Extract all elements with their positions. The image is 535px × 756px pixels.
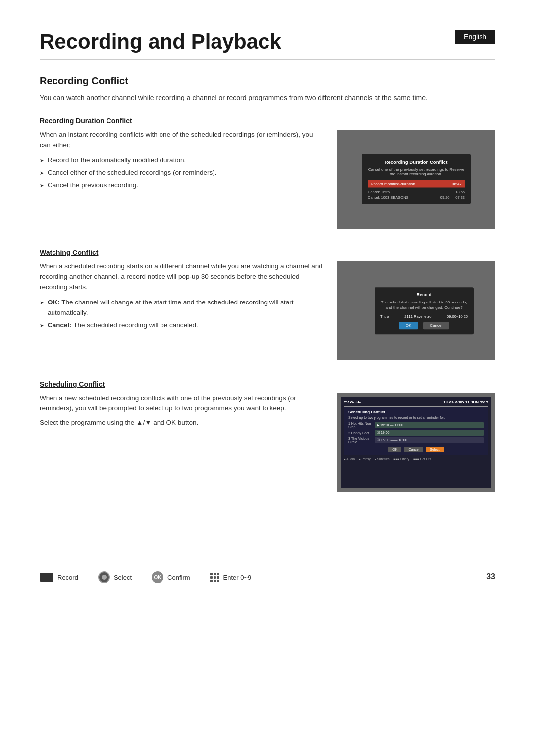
dialog-row3: Cancel: 1003 SEASONS 09:20 — 07:33 (368, 195, 465, 200)
select-icon (98, 571, 110, 583)
dialog-title: Recording Duration Conflict (368, 159, 465, 165)
dialog-recording-duration: Recording Duration Conflict Cancel one o… (362, 154, 471, 204)
page-title: Recording and Playback (40, 30, 495, 60)
image3-overlay: TV-Guide 14:09 WED 21 JUN 2017 Schedulin… (337, 393, 495, 492)
tvg-ok-btn[interactable]: OK (388, 447, 401, 452)
section-title: Recording Conflict (40, 75, 495, 87)
bottom-confirm: OK Confirm (152, 571, 190, 583)
record-row: Tntro 2111 Ravel euro 09:00~10:25 (380, 315, 468, 319)
image2-overlay: Record The scheduled recording will star… (337, 261, 495, 360)
page-number: 33 (486, 572, 495, 581)
image1-overlay: Recording Duration Conflict Cancel one o… (337, 130, 495, 229)
subsection-3-title: Scheduling Conflict (40, 380, 495, 388)
svg-point-0 (102, 575, 107, 580)
tvg-cancel-btn[interactable]: Cancel (404, 447, 423, 452)
subsection-scheduling-conflict: Scheduling Conflict When a new scheduled… (40, 380, 495, 492)
tvg-footer: ● Audio● Primly● Subtitles■■■ Finery■■■ … (344, 457, 488, 461)
record-dialog-body: The scheduled recording will start in 30… (380, 300, 468, 310)
bottom-bar: Record Select OK Confirm Enter 0~9 33 (0, 563, 535, 591)
tvguide-overlay: TV-Guide 14:09 WED 21 JUN 2017 Schedulin… (341, 397, 491, 488)
select-label: Select (114, 574, 132, 581)
tvg-prog-row3: 3 The Vicious Circle ☑ 16:00 —— 18:00 (348, 437, 484, 444)
record-icon (40, 573, 54, 582)
bottom-enter: Enter 0~9 (210, 573, 252, 582)
tvg-select-title: Scheduling Conflict (348, 410, 484, 414)
tvg-select-text: Select up to two programmes to record or… (348, 416, 484, 419)
confirm-label: Confirm (167, 574, 190, 581)
record-label: Record (57, 574, 78, 581)
bullet-item-ok: OK: The channel will change at the start… (40, 298, 325, 318)
tvg-prog-row1: 1 Hot Hits Non Stop ▶ 15:10 — 17:00 (348, 422, 484, 429)
subsection-recording-duration-conflict: Recording Duration Conflict When an inst… (40, 117, 495, 229)
dialog-watching: Record The scheduled recording will star… (374, 287, 474, 334)
subsection-1-bullets: Record for the automatically modified du… (40, 155, 325, 191)
ok-icon: OK (152, 571, 163, 583)
record-dialog-title: Record (380, 292, 468, 297)
subsection-2-image: Record The scheduled recording will star… (337, 261, 495, 360)
bullet-item-cancel: Cancel: The scheduled recording will be … (40, 320, 325, 331)
bottom-select: Select (98, 571, 132, 583)
bullet-item: Record for the automatically modified du… (40, 155, 325, 166)
subsection-2-title: Watching Conflict (40, 249, 495, 256)
subsection-watching-conflict: Watching Conflict When a scheduled recor… (40, 249, 495, 360)
subsection-2-bullets: OK: The channel will change at the start… (40, 298, 325, 331)
tvg-select-box: Scheduling Conflict Select up to two pro… (344, 406, 488, 455)
bottom-record: Record (40, 573, 78, 582)
record-cancel-btn[interactable]: Cancel (423, 322, 449, 330)
dialog-subtitle: Cancel one of the previously set recordi… (368, 167, 465, 176)
tvg-prog-row2: 2 Happy Feet ☑ 19:00 —— (348, 430, 484, 436)
dialog-row2: Cancel: Tntro 18:55 (368, 190, 465, 194)
intro-text: You can watch another channel while reco… (40, 93, 495, 103)
bullet-item: Cancel either of the scheduled recording… (40, 168, 325, 178)
language-badge: English (455, 30, 495, 44)
bullet-item: Cancel the previous recording. (40, 180, 325, 191)
grid-icon (210, 573, 219, 582)
subsection-3-image: TV-Guide 14:09 WED 21 JUN 2017 Schedulin… (337, 393, 495, 492)
subsection-1-title: Recording Duration Conflict (40, 117, 495, 125)
record-buttons: OK Cancel (380, 322, 468, 330)
tvg-buttons: OK Cancel Select (348, 447, 484, 452)
subsection-1-image: Recording Duration Conflict Cancel one o… (337, 130, 495, 229)
enter-label: Enter 0~9 (223, 574, 252, 581)
tvg-select-btn[interactable]: Select (426, 447, 443, 452)
dialog-btn1: Record modified-duration 06:47 (368, 180, 465, 188)
subsection-1-text: When an instant recording conflicts with… (40, 130, 325, 193)
subsection-2-text: When a scheduled recording starts on a d… (40, 261, 325, 333)
tvg-header: TV-Guide 14:09 WED 21 JUN 2017 (344, 400, 488, 404)
record-ok-btn[interactable]: OK (399, 322, 419, 330)
subsection-3-text: When a new scheduled recording conflicts… (40, 393, 325, 428)
